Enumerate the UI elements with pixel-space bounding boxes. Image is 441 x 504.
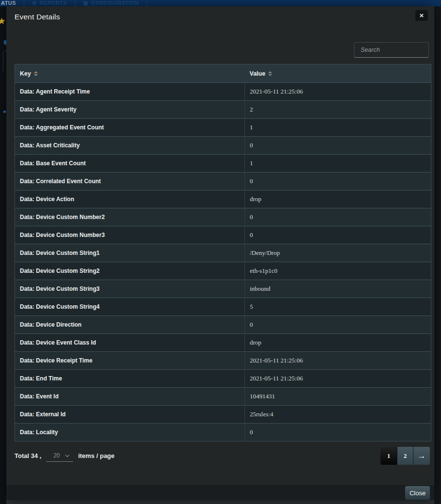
event-key-cell: Data: Device Action bbox=[15, 190, 245, 208]
event-key-cell: Data: Agent Severity bbox=[15, 101, 245, 119]
event-key-cell: Data: Correlated Event Count bbox=[15, 173, 245, 190]
table-row: Data: Device Action drop bbox=[15, 190, 431, 208]
event-value-cell: inbound bbox=[245, 280, 431, 298]
sort-icon bbox=[34, 71, 38, 76]
event-key-cell: Data: Locality bbox=[15, 424, 245, 441]
event-key-cell: Data: Device Custom String1 bbox=[15, 244, 245, 262]
sort-icon bbox=[268, 71, 272, 76]
table-row: Data: Device Custom String3 inbound bbox=[15, 280, 431, 298]
event-key-cell: Data: Asset Criticality bbox=[15, 137, 245, 155]
next-page-button[interactable]: → bbox=[413, 447, 430, 465]
event-key-cell: Data: Device Event Class Id bbox=[15, 334, 245, 352]
nav-item-label: CONFIGURATION bbox=[91, 0, 139, 6]
event-key-cell: Data: Device Custom String3 bbox=[15, 280, 245, 298]
list-icon: ≣ bbox=[32, 0, 37, 6]
table-row: Data: Device Custom String1 /Deny/Drop bbox=[15, 244, 431, 262]
table-row: Data: Device Receipt Time 2021-05-11 21:… bbox=[15, 352, 431, 370]
pager: Total 34 , 20 items / page bbox=[15, 447, 115, 465]
event-key-cell: Data: Agent Receipt Time bbox=[15, 83, 245, 101]
search-box bbox=[354, 42, 429, 58]
table-row: Data: Device Custom Number2 0 bbox=[15, 208, 431, 226]
table-row: Data: Device Event Class Id drop bbox=[15, 334, 431, 352]
page-bottom-strip bbox=[6, 500, 434, 504]
event-details-modal: Event Details × KeyValue Data: Agent Rec… bbox=[6, 6, 434, 500]
event-key-cell: Data: Device Receipt Time bbox=[15, 352, 245, 370]
column-header-value[interactable]: Value bbox=[245, 64, 431, 83]
event-key-cell: Data: External Id bbox=[15, 406, 245, 424]
blue-dot-icon bbox=[3, 110, 6, 113]
table-row: Data: External Id 25rules:4 bbox=[15, 406, 431, 424]
table-row: Data: Base Event Count 1 bbox=[15, 155, 431, 173]
nav-item-reports[interactable]: ≣REPORTS bbox=[24, 0, 75, 6]
table-row: Data: Device Custom Number3 0 bbox=[15, 226, 431, 244]
table-row: Data: Agent Receipt Time 2021-05-11 21:2… bbox=[15, 83, 431, 101]
event-key-cell: Data: Device Custom Number2 bbox=[15, 208, 245, 226]
close-icon[interactable]: × bbox=[415, 10, 428, 21]
event-value-cell: 25rules:4 bbox=[245, 406, 431, 424]
nav-item-configuration[interactable]: ▦CONFIGURATION bbox=[76, 0, 147, 6]
event-key-cell: Data: Device Custom Number3 bbox=[15, 226, 245, 244]
table-row: Data: Device Custom String4 5 bbox=[15, 298, 431, 316]
nav-item-label: ATUS bbox=[1, 0, 16, 6]
event-value-cell: 1 bbox=[245, 155, 431, 173]
page-right-sliver bbox=[434, 6, 441, 504]
nav-item-atus[interactable]: ATUS bbox=[0, 0, 24, 6]
table-row: Data: Device Custom String2 eth-s1p1c0 bbox=[15, 262, 431, 280]
event-value-cell: drop bbox=[245, 334, 431, 352]
event-key-cell: Data: Device Custom String4 bbox=[15, 298, 245, 316]
event-value-cell: drop bbox=[245, 190, 431, 208]
table-row: Data: Event Id 10491431 bbox=[15, 388, 431, 406]
event-value-cell: 0 bbox=[245, 137, 431, 155]
pagination: 12→ bbox=[380, 447, 430, 465]
table-header-row: KeyValue bbox=[15, 64, 431, 83]
event-key-cell: Data: Aggregated Event Count bbox=[15, 119, 245, 137]
modal-footer bbox=[6, 485, 434, 500]
event-value-cell: 1 bbox=[245, 119, 431, 137]
table-row: Data: Locality 0 bbox=[15, 424, 431, 441]
screen: ATUS≣REPORTS▦CONFIGURATION ★ Event Detai… bbox=[0, 0, 441, 504]
table-row: Data: Asset Criticality 0 bbox=[15, 137, 431, 155]
close-button[interactable]: Close bbox=[405, 486, 430, 500]
page-size-select[interactable]: 20 bbox=[46, 450, 74, 462]
event-value-cell: 2021-05-11 21:25:06 bbox=[245, 83, 431, 101]
nav-item-label: REPORTS bbox=[40, 0, 67, 6]
page-button-1[interactable]: 1 bbox=[380, 447, 397, 465]
top-navbar: ATUS≣REPORTS▦CONFIGURATION bbox=[0, 0, 441, 6]
event-value-cell: 5 bbox=[245, 298, 431, 316]
table-row: Data: Agent Severity 2 bbox=[15, 101, 431, 119]
table-row: Data: Aggregated Event Count 1 bbox=[15, 119, 431, 137]
event-key-cell: Data: End Time bbox=[15, 370, 245, 388]
event-value-cell: 2021-05-11 21:25:06 bbox=[245, 370, 431, 388]
page-left-sliver: ★ bbox=[0, 6, 6, 504]
column-header-key[interactable]: Key bbox=[15, 64, 245, 83]
event-value-cell: 0 bbox=[245, 173, 431, 190]
event-key-cell: Data: Event Id bbox=[15, 388, 245, 406]
event-value-cell: 0 bbox=[245, 226, 431, 244]
total-count-label: Total 34 , bbox=[15, 452, 41, 459]
page-button-2[interactable]: 2 bbox=[397, 447, 413, 465]
table-row: Data: Device Direction 0 bbox=[15, 316, 431, 334]
event-table: KeyValue Data: Agent Receipt Time 2021-0… bbox=[15, 64, 431, 441]
chevron-down-icon bbox=[65, 453, 69, 457]
event-value-cell: 10491431 bbox=[245, 388, 431, 406]
event-table-body: Data: Agent Receipt Time 2021-05-11 21:2… bbox=[15, 83, 431, 441]
star-icon: ★ bbox=[0, 16, 6, 26]
grid-icon: ▦ bbox=[83, 0, 89, 6]
search-input[interactable] bbox=[354, 42, 429, 58]
table-row: Data: End Time 2021-05-11 21:25:06 bbox=[15, 370, 431, 388]
event-value-cell: 0 bbox=[245, 424, 431, 441]
column-label: Value bbox=[250, 70, 266, 77]
event-value-cell: 2021-05-11 21:25:06 bbox=[245, 352, 431, 370]
event-key-cell: Data: Device Custom String2 bbox=[15, 262, 245, 280]
page-size-value: 20 bbox=[53, 452, 60, 459]
event-key-cell: Data: Device Direction bbox=[15, 316, 245, 334]
event-value-cell: 0 bbox=[245, 316, 431, 334]
event-value-cell: 2 bbox=[245, 101, 431, 119]
event-table-wrap: KeyValue Data: Agent Receipt Time 2021-0… bbox=[15, 64, 431, 441]
table-row: Data: Correlated Event Count 0 bbox=[15, 173, 431, 190]
event-value-cell: eth-s1p1c0 bbox=[245, 262, 431, 280]
panel-corner-fragment bbox=[3, 51, 6, 71]
column-label: Key bbox=[20, 70, 31, 77]
event-key-cell: Data: Base Event Count bbox=[15, 155, 245, 173]
event-value-cell: 0 bbox=[245, 208, 431, 226]
